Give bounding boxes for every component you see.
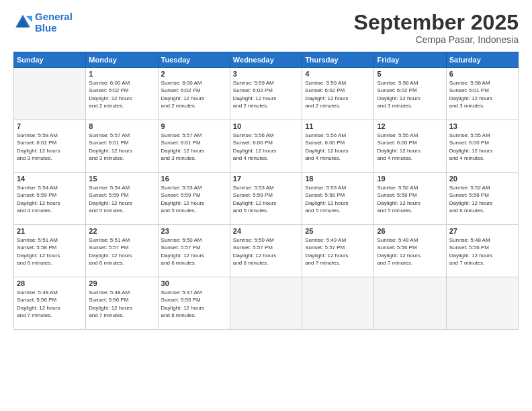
- day-number: 9: [161, 122, 227, 130]
- calendar-cell: 26Sunrise: 5:49 AMSunset: 5:56 PMDayligh…: [374, 225, 446, 277]
- calendar-cell: 7Sunrise: 5:58 AMSunset: 6:01 PMDaylight…: [14, 120, 86, 173]
- day-number: 20: [449, 175, 515, 183]
- day-info: Sunrise: 5:56 AMSunset: 6:00 PMDaylight:…: [233, 132, 299, 162]
- day-info: Sunrise: 5:55 AMSunset: 6:00 PMDaylight:…: [449, 132, 515, 162]
- calendar-cell: 6Sunrise: 5:58 AMSunset: 6:01 PMDaylight…: [446, 68, 518, 120]
- col-monday: Monday: [86, 52, 158, 68]
- day-info: Sunrise: 5:50 AMSunset: 5:57 PMDaylight:…: [161, 236, 227, 267]
- calendar-cell: 1Sunrise: 6:00 AMSunset: 6:02 PMDaylight…: [86, 68, 158, 120]
- day-number: 2: [161, 70, 227, 78]
- calendar-cell: 25Sunrise: 5:49 AMSunset: 5:57 PMDayligh…: [302, 225, 374, 277]
- location-subtitle: Cempa Pasar, Indonesia: [354, 34, 519, 45]
- col-saturday: Saturday: [446, 52, 518, 68]
- calendar-cell: 22Sunrise: 5:51 AMSunset: 5:57 PMDayligh…: [86, 225, 158, 277]
- calendar-cell: 18Sunrise: 5:53 AMSunset: 5:58 PMDayligh…: [302, 173, 374, 225]
- day-number: 19: [377, 175, 443, 183]
- day-info: Sunrise: 5:49 AMSunset: 5:57 PMDaylight:…: [305, 236, 371, 267]
- title-block: September 2025 Cempa Pasar, Indonesia: [354, 11, 519, 45]
- calendar-cell: 19Sunrise: 5:52 AMSunset: 5:58 PMDayligh…: [374, 173, 446, 225]
- day-number: 27: [449, 227, 515, 235]
- day-number: 16: [161, 175, 227, 183]
- logo: General Blue: [13, 11, 73, 34]
- day-info: Sunrise: 5:55 AMSunset: 6:00 PMDaylight:…: [377, 132, 443, 162]
- day-number: 22: [89, 227, 154, 235]
- week-row-4: 21Sunrise: 5:51 AMSunset: 5:58 PMDayligh…: [14, 225, 519, 277]
- calendar-cell: 4Sunrise: 5:59 AMSunset: 6:02 PMDaylight…: [302, 68, 374, 120]
- col-friday: Friday: [374, 52, 446, 68]
- calendar-cell: 30Sunrise: 5:47 AMSunset: 5:55 PMDayligh…: [158, 277, 230, 330]
- page: General Blue September 2025 Cempa Pasar,…: [0, 0, 532, 411]
- day-info: Sunrise: 5:59 AMSunset: 6:02 PMDaylight:…: [305, 79, 371, 109]
- day-info: Sunrise: 5:53 AMSunset: 5:59 PMDaylight:…: [233, 184, 299, 214]
- day-info: Sunrise: 5:53 AMSunset: 5:59 PMDaylight:…: [161, 184, 227, 214]
- day-number: 17: [233, 175, 299, 183]
- calendar-cell: [230, 277, 302, 330]
- calendar-cell: 3Sunrise: 5:59 AMSunset: 6:02 PMDaylight…: [230, 68, 302, 120]
- svg-marker-2: [26, 16, 32, 22]
- week-row-5: 28Sunrise: 5:48 AMSunset: 5:56 PMDayligh…: [14, 277, 519, 330]
- day-info: Sunrise: 5:47 AMSunset: 5:55 PMDaylight:…: [161, 289, 227, 319]
- day-info: Sunrise: 5:48 AMSunset: 5:56 PMDaylight:…: [17, 289, 83, 319]
- calendar-cell: 24Sunrise: 5:50 AMSunset: 5:57 PMDayligh…: [230, 225, 302, 277]
- calendar-cell: 15Sunrise: 5:54 AMSunset: 5:59 PMDayligh…: [86, 173, 158, 225]
- day-number: 5: [377, 70, 443, 78]
- logo-icon: [13, 13, 32, 32]
- day-number: 8: [89, 122, 154, 130]
- calendar-cell: 5Sunrise: 5:58 AMSunset: 6:02 PMDaylight…: [374, 68, 446, 120]
- col-sunday: Sunday: [14, 52, 86, 68]
- day-number: 14: [17, 175, 83, 183]
- calendar-cell: [14, 68, 86, 120]
- calendar-cell: 9Sunrise: 5:57 AMSunset: 6:01 PMDaylight…: [158, 120, 230, 173]
- day-number: 7: [17, 122, 83, 130]
- col-tuesday: Tuesday: [158, 52, 230, 68]
- calendar-cell: 11Sunrise: 5:56 AMSunset: 6:00 PMDayligh…: [302, 120, 374, 173]
- day-number: 25: [305, 227, 371, 235]
- day-info: Sunrise: 5:58 AMSunset: 6:01 PMDaylight:…: [449, 79, 515, 109]
- day-number: 10: [233, 122, 299, 130]
- calendar-cell: 23Sunrise: 5:50 AMSunset: 5:57 PMDayligh…: [158, 225, 230, 277]
- day-number: 21: [17, 227, 83, 235]
- day-info: Sunrise: 5:58 AMSunset: 6:01 PMDaylight:…: [17, 132, 83, 162]
- day-info: Sunrise: 5:54 AMSunset: 5:59 PMDaylight:…: [89, 184, 154, 214]
- day-number: 4: [305, 70, 371, 78]
- calendar-cell: 12Sunrise: 5:55 AMSunset: 6:00 PMDayligh…: [374, 120, 446, 173]
- calendar-cell: 14Sunrise: 5:54 AMSunset: 5:59 PMDayligh…: [14, 173, 86, 225]
- col-wednesday: Wednesday: [230, 52, 302, 68]
- day-number: 11: [305, 122, 371, 130]
- day-info: Sunrise: 5:51 AMSunset: 5:58 PMDaylight:…: [17, 236, 83, 267]
- calendar-cell: 28Sunrise: 5:48 AMSunset: 5:56 PMDayligh…: [14, 277, 86, 330]
- logo-text: General Blue: [35, 11, 73, 34]
- week-row-1: 1Sunrise: 6:00 AMSunset: 6:02 PMDaylight…: [14, 68, 519, 120]
- day-number: 3: [233, 70, 299, 78]
- day-info: Sunrise: 5:52 AMSunset: 5:58 PMDaylight:…: [449, 184, 515, 214]
- day-number: 30: [161, 279, 227, 287]
- header-row: Sunday Monday Tuesday Wednesday Thursday…: [14, 52, 519, 68]
- day-number: 26: [377, 227, 443, 235]
- calendar-cell: 13Sunrise: 5:55 AMSunset: 6:00 PMDayligh…: [446, 120, 518, 173]
- calendar-cell: [374, 277, 446, 330]
- calendar-cell: 20Sunrise: 5:52 AMSunset: 5:58 PMDayligh…: [446, 173, 518, 225]
- day-number: 24: [233, 227, 299, 235]
- calendar-cell: 17Sunrise: 5:53 AMSunset: 5:59 PMDayligh…: [230, 173, 302, 225]
- calendar-cell: 10Sunrise: 5:56 AMSunset: 6:00 PMDayligh…: [230, 120, 302, 173]
- day-info: Sunrise: 6:00 AMSunset: 6:02 PMDaylight:…: [89, 79, 154, 109]
- day-number: 15: [89, 175, 154, 183]
- day-info: Sunrise: 5:59 AMSunset: 6:02 PMDaylight:…: [233, 79, 299, 109]
- week-row-3: 14Sunrise: 5:54 AMSunset: 5:59 PMDayligh…: [14, 173, 519, 225]
- header: General Blue September 2025 Cempa Pasar,…: [13, 11, 519, 45]
- day-info: Sunrise: 5:58 AMSunset: 6:02 PMDaylight:…: [377, 79, 443, 109]
- calendar-cell: 27Sunrise: 5:48 AMSunset: 5:56 PMDayligh…: [446, 225, 518, 277]
- day-number: 29: [89, 279, 154, 287]
- day-info: Sunrise: 5:48 AMSunset: 5:56 PMDaylight:…: [89, 289, 154, 319]
- calendar-cell: 21Sunrise: 5:51 AMSunset: 5:58 PMDayligh…: [14, 225, 86, 277]
- calendar-cell: [302, 277, 374, 330]
- day-number: 13: [449, 122, 515, 130]
- day-number: 23: [161, 227, 227, 235]
- day-info: Sunrise: 5:48 AMSunset: 5:56 PMDaylight:…: [449, 236, 515, 267]
- week-row-2: 7Sunrise: 5:58 AMSunset: 6:01 PMDaylight…: [14, 120, 519, 173]
- calendar-cell: 16Sunrise: 5:53 AMSunset: 5:59 PMDayligh…: [158, 173, 230, 225]
- day-info: Sunrise: 5:57 AMSunset: 6:01 PMDaylight:…: [161, 132, 227, 162]
- day-info: Sunrise: 5:52 AMSunset: 5:58 PMDaylight:…: [377, 184, 443, 214]
- calendar-cell: 2Sunrise: 6:00 AMSunset: 6:02 PMDaylight…: [158, 68, 230, 120]
- day-number: 12: [377, 122, 443, 130]
